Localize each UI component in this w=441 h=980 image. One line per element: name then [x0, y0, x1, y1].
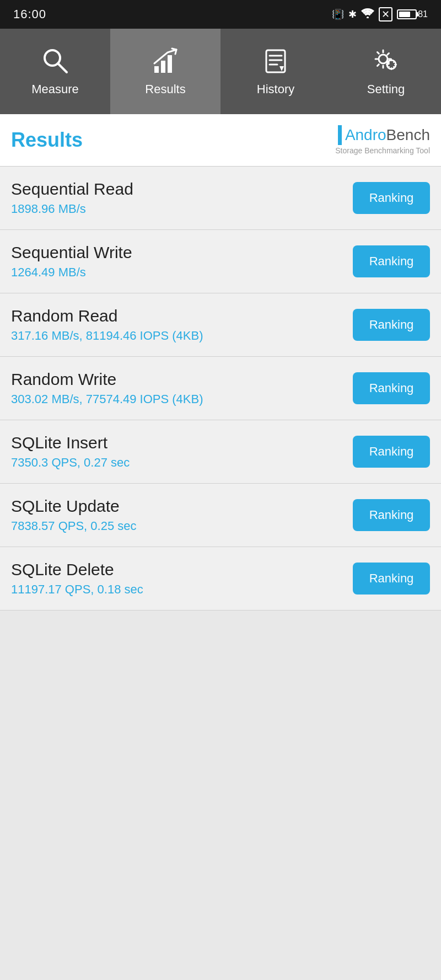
ranking-button[interactable]: Ranking: [353, 372, 430, 404]
brand-tagline: Storage Benchmarking Tool: [335, 146, 430, 155]
result-name: Random Write: [11, 370, 353, 389]
wifi-icon: [361, 8, 374, 20]
result-info: Random Read 317.16 MB/s, 81194.46 IOPS (…: [11, 307, 353, 343]
svg-rect-3: [154, 66, 159, 73]
result-item: Random Write 303.02 MB/s, 77574.49 IOPS …: [0, 357, 441, 420]
nav-tabs: Measure Results History: [0, 29, 441, 114]
svg-line-2: [58, 63, 67, 72]
result-value: 7838.57 QPS, 0.25 sec: [11, 519, 353, 533]
status-time: 16:00: [13, 7, 46, 22]
battery-level: 81: [418, 9, 428, 19]
ranking-button[interactable]: Ranking: [353, 436, 430, 468]
result-name: Sequential Write: [11, 243, 353, 262]
result-name: SQLite Insert: [11, 433, 353, 452]
result-value: 1264.49 MB/s: [11, 265, 353, 280]
svg-rect-4: [161, 61, 165, 73]
result-item: SQLite Delete 11197.17 QPS, 0.18 sec Ran…: [0, 547, 441, 611]
measure-icon: [41, 47, 69, 78]
status-icons: 📳 ✱ ✕ 81: [332, 7, 428, 22]
result-info: Sequential Write 1264.49 MB/s: [11, 243, 353, 280]
bluetooth-icon: ✱: [348, 8, 357, 20]
tab-results[interactable]: Results: [110, 29, 220, 114]
history-icon: [262, 47, 289, 78]
battery-icon: 81: [397, 9, 428, 19]
result-info: Random Write 303.02 MB/s, 77574.49 IOPS …: [11, 370, 353, 406]
result-value: 7350.3 QPS, 0.27 sec: [11, 456, 353, 470]
result-item: SQLite Update 7838.57 QPS, 0.25 sec Rank…: [0, 484, 441, 547]
svg-point-0: [367, 17, 369, 18]
results-header: Results AndroBench Storage Benchmarking …: [0, 114, 441, 167]
results-page-title: Results: [11, 128, 83, 152]
ranking-button[interactable]: Ranking: [353, 309, 430, 341]
result-value: 317.16 MB/s, 81194.46 IOPS (4KB): [11, 329, 353, 343]
result-info: SQLite Update 7838.57 QPS, 0.25 sec: [11, 497, 353, 533]
ranking-button[interactable]: Ranking: [353, 499, 430, 531]
ranking-button[interactable]: Ranking: [353, 563, 430, 595]
result-name: SQLite Update: [11, 497, 353, 516]
results-list: Sequential Read 1898.96 MB/s Ranking Seq…: [0, 167, 441, 611]
ranking-button[interactable]: Ranking: [353, 182, 430, 214]
result-value: 11197.17 QPS, 0.18 sec: [11, 582, 353, 597]
result-item: SQLite Insert 7350.3 QPS, 0.27 sec Ranki…: [0, 420, 441, 484]
status-bar: 16:00 📳 ✱ ✕ 81: [0, 0, 441, 29]
result-info: SQLite Delete 11197.17 QPS, 0.18 sec: [11, 560, 353, 597]
tab-history-label: History: [257, 82, 294, 97]
result-name: SQLite Delete: [11, 560, 353, 579]
result-item: Sequential Write 1264.49 MB/s Ranking: [0, 230, 441, 293]
result-info: SQLite Insert 7350.3 QPS, 0.27 sec: [11, 433, 353, 470]
result-name: Random Read: [11, 307, 353, 325]
svg-rect-5: [168, 55, 172, 73]
brand-logo: AndroBench Storage Benchmarking Tool: [335, 125, 430, 155]
brand-name: AndroBench: [345, 126, 430, 144]
tab-setting[interactable]: Setting: [331, 29, 441, 114]
result-item: Random Read 317.16 MB/s, 81194.46 IOPS (…: [0, 293, 441, 357]
brand-bar: [338, 125, 342, 145]
tab-setting-label: Setting: [367, 82, 405, 97]
tab-measure[interactable]: Measure: [0, 29, 110, 114]
tab-history[interactable]: History: [220, 29, 331, 114]
result-value: 1898.96 MB/s: [11, 202, 353, 216]
setting-icon: [372, 47, 400, 78]
svg-point-11: [379, 55, 388, 63]
result-name: Sequential Read: [11, 180, 353, 199]
svg-marker-10: [279, 66, 284, 71]
vibrate-icon: 📳: [332, 8, 344, 20]
result-item: Sequential Read 1898.96 MB/s Ranking: [0, 167, 441, 230]
battery-x-icon: ✕: [379, 7, 392, 22]
results-icon: [152, 47, 179, 78]
result-info: Sequential Read 1898.96 MB/s: [11, 180, 353, 216]
tab-measure-label: Measure: [31, 82, 79, 97]
result-value: 303.02 MB/s, 77574.49 IOPS (4KB): [11, 392, 353, 406]
ranking-button[interactable]: Ranking: [353, 245, 430, 277]
tab-results-label: Results: [145, 82, 185, 97]
